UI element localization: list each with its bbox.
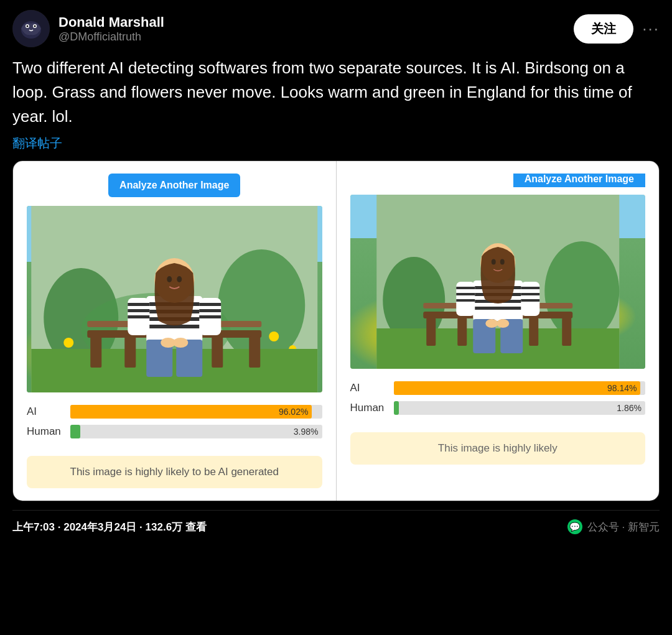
svg-rect-27 (128, 309, 149, 312)
svg-rect-56 (456, 287, 475, 289)
human-label-1: Human (27, 425, 64, 438)
tweet-header: Donald Marshall @DMofficialtruth 关注 ··· (12, 10, 660, 47)
tweet-text: Two different AI detecting softwares fro… (12, 56, 660, 129)
human-track-1: 3.98% (70, 425, 322, 438)
svg-rect-58 (456, 299, 475, 302)
ai-bar-row-2: AI 98.14% (350, 381, 646, 395)
svg-rect-46 (426, 318, 436, 346)
avatar (12, 10, 50, 47)
svg-point-10 (63, 338, 73, 348)
svg-rect-28 (128, 315, 149, 318)
header-left: Donald Marshall @DMofficialtruth (12, 10, 164, 47)
photo-2 (350, 195, 646, 369)
ai-track-2: 98.14% (394, 381, 646, 395)
svg-point-4 (27, 25, 29, 27)
svg-point-37 (177, 276, 182, 282)
svg-point-39 (173, 338, 188, 348)
analyze-another-btn-1[interactable]: Analyze Another Image (108, 174, 240, 197)
svg-rect-47 (562, 318, 571, 346)
svg-rect-26 (128, 303, 149, 306)
svg-rect-16 (90, 336, 101, 368)
tweet-container: Donald Marshall @DMofficialtruth 关注 ··· … (0, 0, 672, 540)
svg-rect-31 (199, 309, 221, 312)
svg-point-5 (34, 25, 36, 27)
svg-rect-60 (521, 287, 539, 289)
svg-rect-49 (529, 318, 538, 346)
tweet-time: 上午7:03 · 2024年3月24日 · (12, 521, 146, 533)
ai-card-1: Analyze Another Image (13, 161, 336, 501)
human-fill-1 (70, 425, 80, 438)
human-bar-row-1: Human 3.98% (27, 425, 322, 438)
human-bar-row-2: Human 1.86% (350, 401, 646, 415)
footer-time-views: 上午7:03 · 2024年3月24日 · 132.6万 查看 (12, 520, 207, 534)
ai-fill-2: 98.14% (394, 381, 641, 395)
human-label-2: Human (350, 402, 388, 414)
human-pct-2: 1.86% (617, 403, 642, 413)
human-pct-1: 3.98% (294, 427, 319, 437)
svg-rect-17 (249, 336, 260, 368)
svg-rect-57 (456, 293, 475, 295)
ai-label-1: AI (27, 406, 64, 418)
header-right: 关注 ··· (574, 14, 660, 44)
footer-source: 💬 公众号 · 新智元 (567, 519, 660, 534)
wechat-label: 公众号 · 新智元 (587, 520, 660, 534)
result-bars-2: AI 98.14% Human 1.86% (350, 381, 646, 421)
result-bars-1: AI 96.02% Human 3.98% (27, 405, 322, 445)
svg-point-69 (497, 319, 509, 328)
ai-bar-row-1: AI 96.02% (27, 405, 322, 419)
verdict-2: This image is highly likely (350, 432, 646, 465)
svg-rect-18 (124, 336, 136, 368)
human-track-2: 1.86% (394, 401, 646, 415)
analyze-another-btn-2[interactable]: Analyze Another Image (513, 174, 645, 187)
ai-pct-1: 96.02% (279, 407, 308, 417)
svg-point-68 (485, 319, 498, 328)
views-suffix: 查看 (182, 521, 207, 533)
ai-fill-1: 96.02% (70, 405, 312, 419)
ai-card-2: Analyze Another Image (336, 161, 660, 501)
svg-rect-30 (199, 303, 221, 306)
svg-point-67 (500, 259, 504, 265)
tweet-footer: 上午7:03 · 2024年3月24日 · 132.6万 查看 💬 公众号 · … (12, 510, 660, 540)
ai-track-1: 96.02% (70, 405, 322, 419)
svg-rect-62 (521, 299, 539, 302)
verdict-1: This image is highly likely to be AI gen… (27, 456, 322, 488)
analyze-btn-partial-container: Analyze Another Image (513, 174, 645, 187)
views-count: 132.6万 (146, 521, 183, 533)
user-handle: @DMofficialtruth (58, 30, 164, 44)
svg-rect-13 (31, 349, 317, 392)
svg-rect-48 (457, 318, 467, 346)
user-info: Donald Marshall @DMofficialtruth (58, 14, 164, 44)
svg-rect-61 (521, 293, 539, 295)
human-fill-2 (394, 401, 399, 415)
follow-button[interactable]: 关注 (574, 14, 633, 44)
ai-pct-2: 98.14% (607, 383, 637, 393)
svg-point-42 (544, 241, 619, 341)
translate-link[interactable]: 翻译帖子 (12, 135, 660, 152)
svg-point-8 (218, 249, 305, 361)
svg-rect-43 (376, 328, 619, 369)
photo-1 (27, 206, 322, 392)
user-name: Donald Marshall (58, 14, 164, 30)
svg-rect-19 (212, 336, 223, 368)
svg-point-11 (269, 331, 279, 341)
wechat-icon: 💬 (567, 519, 582, 534)
images-row: Analyze Another Image (12, 160, 660, 501)
ai-label-2: AI (350, 382, 388, 394)
svg-rect-32 (199, 315, 221, 318)
svg-point-36 (167, 276, 172, 282)
svg-point-66 (491, 259, 495, 265)
more-button[interactable]: ··· (642, 19, 660, 39)
svg-rect-54 (473, 307, 523, 310)
